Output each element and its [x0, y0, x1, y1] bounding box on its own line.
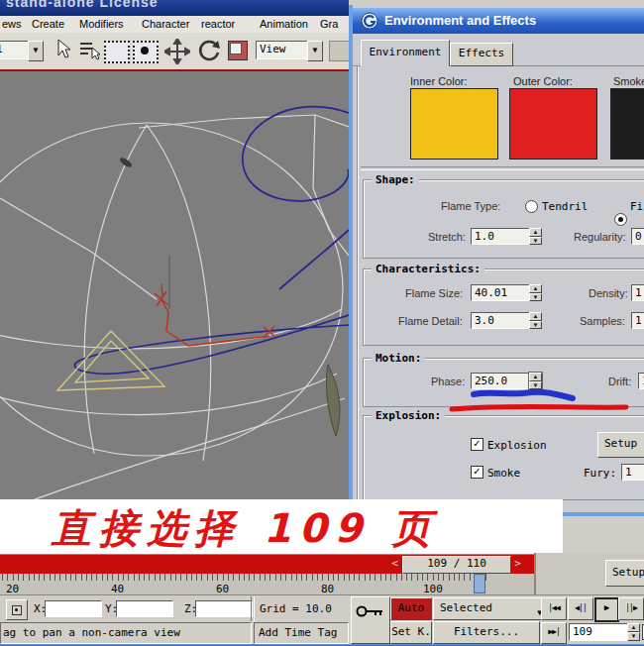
density-label: Density: — [589, 287, 628, 299]
regularity-field[interactable]: 0 — [631, 228, 644, 245]
characteristics-group-title: Characteristics: — [372, 263, 484, 275]
selection-lock-toggle[interactable] — [6, 599, 28, 620]
stretch-value: 1.0 — [475, 230, 494, 243]
next-frame-button[interactable]: ||▶ — [618, 597, 644, 620]
menu-item-create[interactable]: Create — [32, 18, 64, 30]
y-field[interactable] — [116, 600, 173, 617]
tendril-radio[interactable] — [525, 200, 538, 213]
phase-field[interactable]: 250.0 — [471, 373, 534, 389]
drift-field[interactable]: 1 — [638, 373, 644, 389]
key-icon — [355, 603, 386, 619]
phase-spin-up[interactable]: ▲ — [529, 373, 542, 381]
setup-explosion-button[interactable]: Setup Ex — [597, 432, 644, 458]
frame-spin-up[interactable]: ▲ — [627, 623, 640, 632]
prompt-text: ag to pan a non-camera view — [3, 626, 180, 639]
x-field[interactable] — [45, 600, 102, 617]
flame-size-spinner[interactable]: ▲▼ — [529, 284, 542, 301]
density-field[interactable]: 1 — [631, 284, 644, 301]
set-key-label: Set K. — [391, 625, 431, 638]
tab-effects[interactable]: Effects — [450, 43, 513, 66]
window-title: stand-alone License — [6, 0, 159, 10]
smoke-checkbox[interactable]: ✓ — [471, 466, 483, 479]
flame-size-spin-up[interactable]: ▲ — [529, 284, 542, 293]
app-window: stand-alone License ews Create Modifiers… — [0, 0, 644, 646]
frame-spin-down[interactable]: ▼ — [627, 632, 640, 641]
flame-detail-spinner[interactable]: ▲▼ — [529, 312, 542, 329]
filters-label: Filters... — [454, 625, 519, 638]
key-filter-dropdown[interactable]: Selected ▼ — [433, 597, 546, 620]
flame-detail-spin-up[interactable]: ▲ — [529, 312, 542, 321]
shape-group: Shape: Flame Type: Tendril Fir Stretch: … — [363, 179, 644, 259]
menu-item-character[interactable]: Character — [142, 18, 189, 30]
auto-key-button[interactable]: Auto — [390, 597, 432, 620]
mirror-icon[interactable] — [329, 41, 351, 61]
menu-item-views[interactable]: ews — [2, 18, 22, 30]
flame-detail-field[interactable]: 3.0 — [471, 312, 534, 329]
time-tag-panel[interactable]: Add Time Tag — [254, 622, 349, 644]
flame-size-field[interactable]: 40.01 — [471, 284, 534, 301]
regularity-label: Regularity: — [574, 231, 626, 243]
stretch-field[interactable]: 1.0 — [471, 228, 534, 245]
rotate-icon[interactable] — [196, 39, 222, 66]
samples-field[interactable]: 1 — [631, 312, 644, 329]
frame-spinner[interactable]: ▲▼ — [627, 623, 640, 641]
phase-spin-down[interactable]: ▼ — [529, 381, 542, 390]
time-slider-handle[interactable]: 109 / 110 — [402, 556, 511, 574]
flame-detail-spin-down[interactable]: ▼ — [529, 321, 542, 330]
previous-frame-button[interactable]: ◀|| — [568, 597, 593, 620]
time-slider[interactable]: < 109 / 110 > — [0, 554, 534, 574]
time-slider-prev[interactable]: < — [388, 556, 401, 572]
inner-color-swatch[interactable] — [410, 88, 498, 160]
z-field[interactable] — [195, 600, 253, 617]
filters-button[interactable]: Filters... — [433, 621, 540, 644]
selection-filter-arrow[interactable]: ▼ — [28, 41, 44, 61]
auto-key-label: Auto — [398, 601, 425, 614]
coordsys-arrow[interactable]: ▼ — [307, 41, 323, 61]
select-object-icon[interactable] — [54, 39, 72, 62]
menu-item-graph[interactable]: Gra — [320, 18, 338, 30]
explosion-checkbox[interactable]: ✓ — [471, 438, 483, 451]
menu-item-reactor[interactable]: reactor — [201, 18, 235, 30]
current-frame-field[interactable]: 109 — [569, 623, 632, 641]
setup-button[interactable]: Setup — [605, 560, 644, 587]
phase-spinner[interactable]: ▲▼ — [529, 373, 542, 389]
flame-size-spin-down[interactable]: ▼ — [529, 293, 542, 302]
time-slider-next[interactable]: > — [511, 556, 524, 572]
tab-environment-label: Environment — [370, 46, 442, 58]
flame-size-value: 40.01 — [475, 286, 507, 299]
set-key-button[interactable]: Set K. — [390, 621, 432, 644]
flame-type-label: Flame Type: — [441, 200, 500, 212]
fireball-radio[interactable] — [614, 213, 627, 226]
fury-field[interactable]: 1 — [621, 464, 644, 481]
selection-region-icon[interactable] — [104, 41, 130, 63]
tab-environment[interactable]: Environment — [361, 40, 450, 66]
play-button[interactable]: ▶ — [594, 597, 619, 622]
window-crossing-icon[interactable] — [133, 41, 159, 63]
current-frame-marker[interactable] — [474, 574, 485, 593]
prompt-panel: ag to pan a non-camera view — [0, 622, 252, 644]
viewport-wireframe — [0, 71, 349, 501]
go-to-end-button[interactable]: ▶▶| — [541, 622, 567, 644]
annotation-band: 直接选择 109 页 — [0, 499, 563, 554]
scale-icon[interactable] — [228, 41, 248, 60]
select-by-name-icon[interactable] — [79, 41, 101, 62]
stretch-spin-down[interactable]: ▼ — [529, 237, 542, 246]
menu-item-animation[interactable]: Animation — [260, 18, 308, 30]
stretch-spin-up[interactable]: ▲ — [529, 228, 542, 237]
menu-item-modifiers[interactable]: Modifiers — [79, 18, 124, 30]
smoke-color-swatch[interactable] — [610, 88, 644, 160]
track-bar[interactable]: 20 40 60 80 100 — [0, 573, 534, 595]
set-key-mode-button[interactable] — [351, 596, 390, 644]
go-to-start-button[interactable]: |◀◀ — [541, 597, 567, 620]
viewport[interactable] — [0, 69, 349, 501]
go-to-end-icon: ▶▶| — [548, 627, 559, 636]
outer-color-swatch[interactable] — [509, 88, 597, 160]
motion-group: Motion: Phase: 250.0 ▲▼ Drift: 1 — [363, 358, 644, 407]
dialog-title-bar[interactable]: Environment and Effects — [353, 8, 644, 34]
phase-value: 250.0 — [475, 375, 507, 387]
flame-detail-label: Flame Detail: — [398, 315, 463, 327]
reference-coordsys-dropdown[interactable]: View — [256, 41, 315, 59]
selection-filter-value: 1 — [0, 43, 3, 55]
move-icon[interactable] — [164, 39, 190, 66]
stretch-spinner[interactable]: ▲▼ — [529, 228, 542, 245]
